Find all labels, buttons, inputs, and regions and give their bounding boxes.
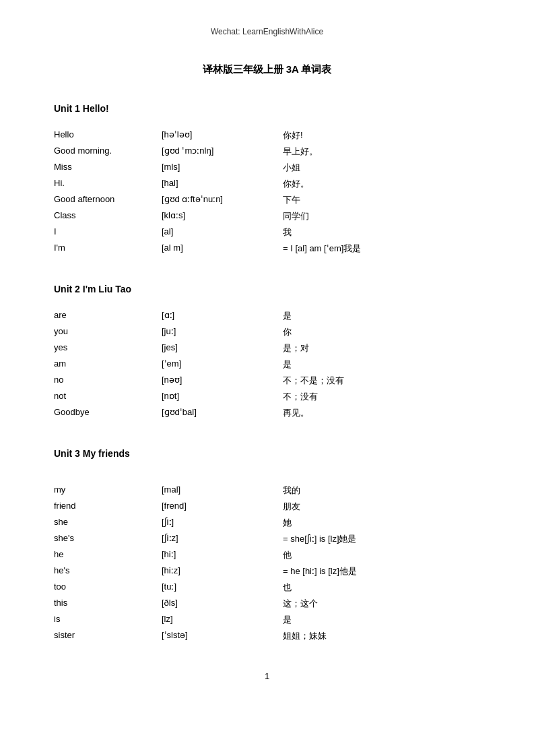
unit1-table: Hello [həˈləʊ] 你好! Good morning. [ɡʊd ˈm… [54,127,480,257]
main-title: 译林版三年级上册 3A 单词表 [54,63,480,76]
word-cell: no [54,373,162,389]
phonetic-cell: [nəʊ] [162,373,283,389]
meaning-cell: 不；没有 [283,389,480,405]
meaning-cell: 同学们 [283,208,480,224]
title-text: 译林版三年级上册 3A 单词表 [203,63,332,75]
meaning-cell: = she[ʃiː] is [lz]她是 [283,531,480,547]
meaning-cell: 他 [283,547,480,563]
unit2-table: are [ɑː] 是 you [juː] 你 yes [jes] 是；对 am … [54,308,480,421]
phonetic-cell: [ʃiː] [162,515,283,531]
unit1-section: Unit 1 Hello! Hello [həˈləʊ] 你好! Good mo… [54,103,480,257]
word-cell: Good morning. [54,144,162,160]
word-cell: Good afternoon [54,192,162,208]
page: Wechat: LearnEnglishWithAlice 译林版三年级上册 3… [0,0,534,756]
phonetic-cell: [mal] [162,482,283,499]
meaning-cell: 你好! [283,127,480,144]
table-row: Goodbye [ɡʊdˈbal] 再见。 [54,405,480,421]
table-row: he [hiː] 他 [54,547,480,563]
word-cell: I'm [54,241,162,257]
table-row: Hello [həˈləʊ] 你好! [54,127,480,144]
table-row: not [nɒt] 不；没有 [54,389,480,405]
table-row: Hi. [hal] 你好。 [54,176,480,192]
meaning-cell: 是 [283,356,480,373]
meaning-cell: 是；对 [283,340,480,356]
word-cell: Hi. [54,176,162,192]
word-cell: he's [54,563,162,579]
word-cell: my [54,482,162,499]
table-row: sister [ˈslstə] 姐姐；妹妹 [54,628,480,644]
phonetic-cell: [tuː] [162,579,283,596]
meaning-cell: 下午 [283,192,480,208]
phonetic-cell: [juː] [162,324,283,340]
word-cell: Goodbye [54,405,162,421]
phonetic-cell: [al] [162,224,283,241]
wechat-header: Wechat: LearnEnglishWithAlice [54,27,480,36]
meaning-cell: 再见。 [283,405,480,421]
table-row: Miss [mls] 小姐 [54,160,480,176]
unit3-section: Unit 3 My friends my [mal] 我的 friend [fr… [54,448,480,644]
unit3-table: my [mal] 我的 friend [frend] 朋友 she [ʃiː] … [54,482,480,644]
table-row: are [ɑː] 是 [54,308,480,324]
wechat-label: Wechat: LearnEnglishWithAlice [211,27,323,36]
table-row: friend [frend] 朋友 [54,499,480,515]
meaning-cell: 这；这个 [283,596,480,612]
meaning-cell: 早上好。 [283,144,480,160]
table-row: my [mal] 我的 [54,482,480,499]
word-cell: she's [54,531,162,547]
phonetic-cell: [ɑː] [162,308,283,324]
word-cell: too [54,579,162,596]
page-number: 1 [54,671,480,681]
word-cell: are [54,308,162,324]
word-cell: you [54,324,162,340]
phonetic-cell: [klɑːs] [162,208,283,224]
table-row: you [juː] 你 [54,324,480,340]
word-cell: not [54,389,162,405]
meaning-cell: 我的 [283,482,480,499]
table-row: Good afternoon [ɡʊd ɑːftəˈnuːn] 下午 [54,192,480,208]
phonetic-cell: [ɡʊd ɑːftəˈnuːn] [162,192,283,208]
phonetic-cell: [ˈslstə] [162,628,283,644]
word-cell: is [54,612,162,628]
meaning-cell: 朋友 [283,499,480,515]
phonetic-cell: [ɡʊdˈbal] [162,405,283,421]
word-cell: friend [54,499,162,515]
table-row: am [ˈem] 是 [54,356,480,373]
word-cell: am [54,356,162,373]
meaning-cell: 小姐 [283,160,480,176]
table-row: I [al] 我 [54,224,480,241]
phonetic-cell: [frend] [162,499,283,515]
unit1-title: Unit 1 Hello! [54,103,480,114]
word-cell: Hello [54,127,162,144]
table-row: he's [hiːz] = he [hiː] is [lz]他是 [54,563,480,579]
meaning-cell: 不；不是；没有 [283,373,480,389]
phonetic-cell: [ɡʊd ˈmɔːnlŋ] [162,144,283,160]
unit3-title: Unit 3 My friends [54,448,480,459]
table-row: I'm [al m] = I [al] am [ˈem]我是 [54,241,480,257]
word-cell: Miss [54,160,162,176]
table-row: yes [jes] 是；对 [54,340,480,356]
phonetic-cell: [hiː] [162,547,283,563]
phonetic-cell: [nɒt] [162,389,283,405]
phonetic-cell: [hiːz] [162,563,283,579]
table-row: this [ðls] 这；这个 [54,596,480,612]
word-cell: sister [54,628,162,644]
phonetic-cell: [al m] [162,241,283,257]
phonetic-cell: [ʃiːz] [162,531,283,547]
word-cell: Class [54,208,162,224]
meaning-cell: 她 [283,515,480,531]
unit2-section: Unit 2 I'm Liu Tao are [ɑː] 是 you [juː] … [54,284,480,421]
word-cell: he [54,547,162,563]
phonetic-cell: [jes] [162,340,283,356]
meaning-cell: = he [hiː] is [lz]他是 [283,563,480,579]
phonetic-cell: [hal] [162,176,283,192]
phonetic-cell: [ˈem] [162,356,283,373]
word-cell: yes [54,340,162,356]
meaning-cell: 你好。 [283,176,480,192]
meaning-cell: 也 [283,579,480,596]
phonetic-cell: [ðls] [162,596,283,612]
table-row: she [ʃiː] 她 [54,515,480,531]
phonetic-cell: [mls] [162,160,283,176]
word-cell: I [54,224,162,241]
word-cell: she [54,515,162,531]
table-row: too [tuː] 也 [54,579,480,596]
